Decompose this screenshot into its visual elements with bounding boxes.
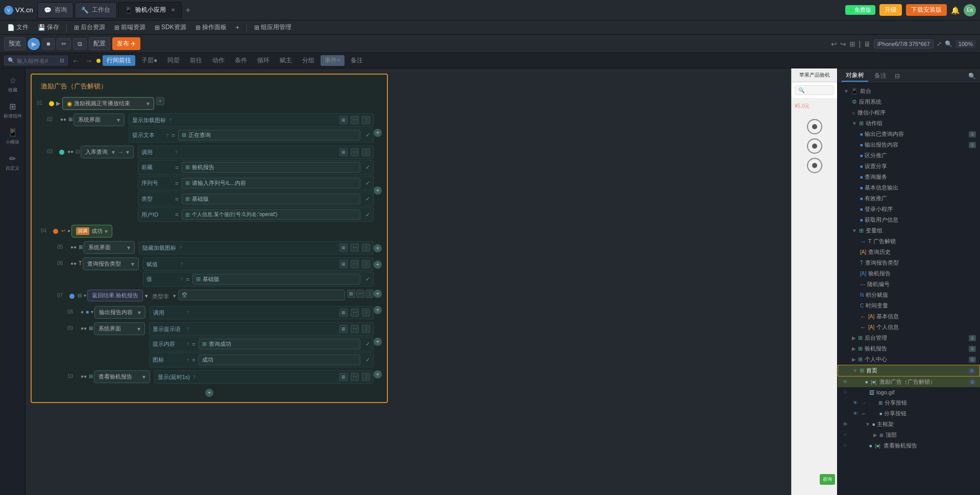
add-btn-10[interactable]: +	[374, 370, 382, 379]
tab-note[interactable]: 备注	[347, 55, 367, 66]
match-button[interactable]: 配置	[89, 37, 110, 50]
filter-icon[interactable]: ⊟	[60, 57, 64, 64]
tab-loop[interactable]: 循环	[253, 55, 274, 66]
tree-region-promo[interactable]: ■ 区分推广	[838, 150, 980, 161]
avatar[interactable]: Ea	[964, 4, 976, 16]
tree-var-score[interactable]: N 积分赋值	[838, 290, 980, 300]
row-07-btn3[interactable]: ⋮	[365, 290, 374, 298]
stop-button[interactable]: ■	[42, 38, 55, 50]
system-ui-node-05[interactable]: 系统界面 ▾	[84, 241, 135, 254]
add-btn-02[interactable]: +	[374, 129, 382, 137]
tab-workspace[interactable]: 🔧 工作台	[75, 2, 117, 18]
add-btn-07[interactable]: +	[374, 290, 382, 298]
param-09-btn1[interactable]: ⊞	[339, 325, 348, 333]
tab-close-icon[interactable]: ✕	[171, 7, 175, 13]
sidebar-mini[interactable]: 📱 小模块	[3, 125, 23, 149]
tab-assign[interactable]: 赋主	[276, 55, 296, 66]
cut-button[interactable]: ✂	[57, 38, 71, 50]
tree-wechat-miniapp[interactable]: ○ 微信小程序	[838, 107, 980, 118]
tab-sublayer[interactable]: 子层●	[137, 55, 161, 66]
eye-icon-logo[interactable]: 👁	[842, 389, 849, 396]
p09-val-2[interactable]: 成功	[199, 355, 360, 365]
param-06-btn2[interactable]: ⋯	[351, 260, 359, 268]
param-10-btn2[interactable]: ⋯	[351, 373, 359, 381]
flow-add-bottom[interactable]: +	[205, 389, 213, 397]
param-03-btn2[interactable]: ⋯	[351, 148, 359, 156]
tree-logo[interactable]: 👁 🖼 logo.gif	[838, 387, 980, 397]
tree-action-group[interactable]: ▼ ⊞ 动作组	[838, 118, 980, 129]
param-05-btn1[interactable]: ⊞	[339, 244, 348, 252]
param-value-hint[interactable]: ⊞ 正在查询	[178, 130, 360, 140]
param-08-btn1[interactable]: ⊞	[339, 309, 348, 317]
expand-08[interactable]: ▾	[138, 309, 141, 316]
bell-icon[interactable]: 🔔	[951, 6, 960, 14]
row-08-expand-icon[interactable]: ▾	[91, 309, 93, 315]
param-03-btn1[interactable]: ⊞	[339, 148, 348, 156]
success-node-04[interactable]: 回调 成功 ▾	[71, 225, 112, 238]
tree-var-group[interactable]: ▼ ⊞ 变量组	[838, 225, 980, 236]
menu-sdk[interactable]: ⊞ SDK资源	[151, 22, 190, 33]
row-01-add[interactable]: +	[156, 97, 164, 105]
tree-var-report-type[interactable]: T 查询报告类型	[838, 257, 980, 268]
phone-radio-1[interactable]	[807, 119, 822, 134]
device-selector[interactable]: iPhone6/7/8 375*667	[874, 39, 934, 49]
add-btn-03[interactable]: +	[374, 186, 382, 195]
trigger-expand-01[interactable]: ▾	[146, 100, 150, 107]
eye-icon-header[interactable]: 👁	[842, 432, 849, 439]
add-tab-button[interactable]: +	[183, 6, 193, 15]
param-10-btn3[interactable]: ⋮	[362, 373, 370, 381]
system-ui-node-09[interactable]: 系统界面 ▾	[94, 322, 145, 335]
search-tree-icon[interactable]: 🔍	[968, 73, 976, 80]
param-02-btn2[interactable]: ⋯	[351, 116, 359, 124]
param-08-btn2[interactable]: ⋯	[351, 309, 359, 317]
param-05-btn2[interactable]: ⋯	[351, 244, 359, 252]
expand-04[interactable]: ▾	[105, 228, 108, 235]
preview-button[interactable]: 预览	[4, 37, 26, 50]
tree-base-info-output[interactable]: ■ 基本信息输出	[838, 182, 980, 193]
param-02-btn3[interactable]: ⋮	[362, 116, 370, 124]
condition-val-07[interactable]: 空	[178, 290, 345, 300]
menu-backend-res[interactable]: ⊞ 后台资源	[70, 22, 109, 33]
expand-09[interactable]: ▾	[137, 325, 140, 333]
tree-root-frontend[interactable]: ▼ 📱 前台	[838, 86, 980, 97]
eye-icon-share[interactable]: 👁	[852, 410, 859, 417]
tree-output-queried[interactable]: ■ 输出已查询内容 ①	[838, 129, 980, 139]
db-query-node-03[interactable]: 入库查询 ▾ → ▾	[81, 146, 134, 158]
eye-icon-share-g[interactable]: 👁	[852, 399, 859, 407]
expand-03[interactable]: ▾	[112, 149, 115, 156]
row-07-expand[interactable]: ▾	[84, 293, 86, 298]
menu-save[interactable]: 💾 保存	[34, 22, 63, 33]
param-06-btn1[interactable]: ⊞	[339, 260, 348, 268]
add-btn-06[interactable]: +	[374, 261, 382, 269]
download-button[interactable]: 下载安装版	[906, 4, 947, 16]
p09-val-1[interactable]: ⊞ 查询成功	[199, 339, 360, 349]
tree-filter-icon[interactable]: ⊟	[895, 73, 900, 80]
upgrade-button[interactable]: 升级	[879, 4, 902, 16]
tab-object-tree[interactable]: 对象树	[842, 70, 868, 82]
tab-app[interactable]: 📱 验机小应用 ✕	[118, 2, 182, 18]
tree-backend-mgmt[interactable]: ▶ ⊞ 后台管理 ①	[838, 333, 980, 343]
sidebar-custom[interactable]: ✏ 自定义	[3, 151, 23, 175]
tree-share-btn-group[interactable]: 👁 → ⊞ 分享按钮	[838, 397, 980, 408]
search-comp-input[interactable]	[17, 58, 58, 64]
sidebar-standard[interactable]: ⊞ 标准组件	[3, 99, 23, 123]
tab-notes[interactable]: 备注	[870, 70, 891, 81]
play-button[interactable]: ▶	[28, 38, 40, 50]
device-icon[interactable]: 🖥	[864, 40, 871, 48]
split-icon[interactable]: |	[859, 40, 861, 48]
tree-view-report-leaf[interactable]: 👁 ■ [■] 查看验机报告	[838, 440, 980, 451]
p03-val-2[interactable]: ⊞ 请输入序列号/L...内容	[182, 178, 360, 188]
sidebar-collect[interactable]: ☆ 收藏	[3, 73, 23, 97]
expand-10[interactable]: ▾	[142, 373, 145, 381]
zoom-icon[interactable]: 🔍	[945, 40, 952, 48]
tree-var-personal-info[interactable]: ← [A] 个人信息	[838, 322, 980, 333]
output-report-node-08[interactable]: 输出报告内容 ▾	[94, 306, 145, 319]
param-09-btn2[interactable]: ⋯	[351, 325, 359, 333]
view-report-node-10[interactable]: 查看验机报告 ▾	[94, 370, 150, 383]
system-ui-node-02[interactable]: 系统界面 ▾	[74, 113, 125, 126]
tree-login-mini[interactable]: ■ 登录小程序	[838, 204, 980, 215]
tree-header[interactable]: 👁 ▶ ⊞ 顶部	[838, 430, 980, 440]
tree-var-query-history[interactable]: [A] 查询历史	[838, 247, 980, 257]
tree-effective-promo[interactable]: ■ 有效推广	[838, 193, 980, 204]
eye-icon-main-f[interactable]: 👁	[842, 421, 849, 428]
